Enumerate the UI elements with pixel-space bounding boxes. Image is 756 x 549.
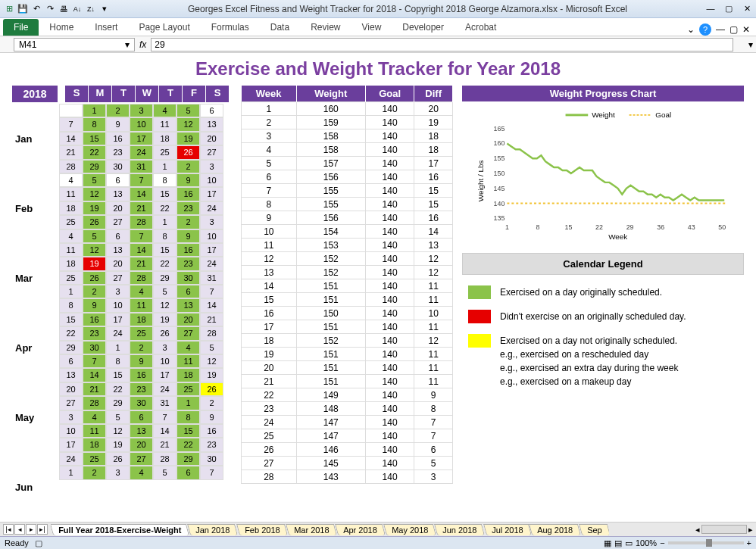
calendar-day[interactable]: 21 [200, 313, 223, 326]
week-cell[interactable]: 22 [242, 388, 297, 402]
calendar-day[interactable]: 20 [59, 382, 83, 396]
hscroll-right-icon[interactable]: ▸ [748, 525, 753, 535]
calendar-day[interactable]: 1 [59, 285, 83, 298]
calendar-day[interactable]: 3 [59, 410, 83, 424]
table-row[interactable]: 815514015 [242, 198, 453, 211]
table-row[interactable]: 1515114011 [242, 293, 453, 307]
calendar-day[interactable]: 21 [130, 257, 153, 270]
table-row[interactable]: 215914019 [242, 116, 453, 129]
table-row[interactable]: 715514015 [242, 184, 453, 198]
calendar-day[interactable]: 23 [83, 326, 106, 340]
horizontal-scrollbar[interactable] [701, 525, 747, 534]
table-row[interactable]: 315814018 [242, 129, 453, 143]
calendar-day[interactable]: 21 [83, 382, 106, 396]
view-normal-icon[interactable]: ▦ [604, 538, 611, 548]
calendar-day[interactable]: 17 [130, 132, 153, 145]
redo-icon[interactable]: ↷ [44, 3, 56, 15]
calendar-day[interactable]: 20 [177, 313, 200, 326]
calendar-day[interactable]: 14 [59, 132, 83, 145]
calendar-day[interactable]: 2 [83, 285, 106, 298]
table-row[interactable]: 1715114011 [242, 320, 453, 334]
week-cell[interactable]: 16 [414, 170, 453, 184]
file-tab[interactable]: File [3, 19, 39, 36]
zoom-slider[interactable] [668, 541, 744, 544]
table-row[interactable]: 1815214012 [242, 334, 453, 348]
view-layout-icon[interactable]: ▤ [614, 538, 622, 548]
table-row[interactable]: 281431403 [242, 470, 453, 484]
calendar-day[interactable]: 18 [59, 201, 83, 215]
sheet-tab[interactable]: Jun 2018 [434, 524, 485, 535]
week-cell[interactable]: 12 [242, 252, 297, 266]
calendar-day[interactable]: 26 [83, 215, 106, 229]
calendar-day[interactable]: 31 [130, 160, 153, 173]
table-row[interactable]: 1215214012 [242, 252, 453, 266]
week-cell[interactable]: 149 [296, 388, 365, 402]
calendar-day[interactable]: 7 [200, 285, 223, 298]
week-cell[interactable]: 26 [242, 443, 297, 457]
calendar-day[interactable]: 11 [153, 117, 177, 131]
calendar-day[interactable]: 22 [83, 145, 106, 159]
calendar-day[interactable]: 17 [200, 243, 223, 257]
week-cell[interactable]: 4 [242, 143, 297, 157]
week-cell[interactable]: 6 [242, 170, 297, 184]
calendar-day[interactable]: 26 [83, 271, 106, 285]
week-cell[interactable]: 140 [365, 157, 414, 170]
calendar-day[interactable]: 10 [59, 424, 83, 438]
week-cell[interactable]: 11 [242, 239, 297, 252]
calendar-day[interactable]: 24 [59, 452, 83, 466]
calendar-day[interactable]: 13 [106, 187, 130, 201]
calendar-day[interactable]: 29 [83, 160, 106, 173]
calendar-day[interactable]: 13 [130, 424, 153, 438]
calendar-day[interactable]: 10 [200, 229, 223, 243]
table-row[interactable]: 1315214012 [242, 266, 453, 279]
week-cell[interactable]: 140 [365, 116, 414, 129]
calendar-day[interactable]: 11 [59, 187, 83, 201]
calendar-day[interactable]: 22 [177, 438, 200, 451]
calendar-day[interactable]: 28 [200, 326, 223, 340]
calendar-day[interactable]: 29 [106, 396, 130, 410]
calendar-day[interactable]: 19 [83, 201, 106, 215]
week-cell[interactable]: 140 [365, 348, 414, 361]
calendar-day[interactable]: 6 [177, 466, 200, 479]
ribbon-tab-acrobat[interactable]: Acrobat [455, 19, 507, 36]
calendar-day[interactable]: 30 [200, 452, 223, 466]
week-cell[interactable]: 11 [414, 320, 453, 334]
calendar-day[interactable]: 9 [106, 117, 130, 131]
calendar-day[interactable]: 11 [59, 243, 83, 257]
calendar-day[interactable]: 23 [130, 382, 153, 396]
week-cell[interactable]: 151 [296, 348, 365, 361]
calendar-day[interactable]: 30 [83, 341, 106, 354]
calendar-day[interactable]: 23 [177, 257, 200, 270]
calendar-day[interactable]: 9 [177, 173, 200, 187]
table-row[interactable]: 415814018 [242, 143, 453, 157]
sheet-tab[interactable]: Full Year 2018-Exercise-Weight [51, 524, 189, 535]
week-cell[interactable]: 140 [365, 170, 414, 184]
week-cell[interactable]: 156 [296, 211, 365, 225]
calendar-day[interactable]: 2 [83, 466, 106, 479]
calendar-day[interactable]: 14 [130, 243, 153, 257]
table-row[interactable]: 271451405 [242, 457, 453, 470]
calendar-day[interactable]: 11 [83, 424, 106, 438]
table-row[interactable]: 1115314013 [242, 239, 453, 252]
week-cell[interactable]: 17 [414, 157, 453, 170]
sheet-tab[interactable]: Sep [579, 524, 609, 535]
calendar-day[interactable]: 12 [83, 243, 106, 257]
calendar-day[interactable]: 20 [130, 438, 153, 451]
calendar-day[interactable]: 14 [153, 424, 177, 438]
calendar-day[interactable]: 6 [130, 410, 153, 424]
week-cell[interactable]: 28 [242, 470, 297, 484]
calendar-day[interactable]: 14 [130, 187, 153, 201]
calendar-day[interactable]: 26 [106, 452, 130, 466]
calendar-day[interactable]: 17 [59, 438, 83, 451]
table-row[interactable]: 615614016 [242, 170, 453, 184]
week-cell[interactable]: 140 [365, 470, 414, 484]
calendar-day[interactable]: 1 [153, 215, 177, 229]
week-cell[interactable]: 140 [365, 211, 414, 225]
calendar-day[interactable]: 13 [106, 243, 130, 257]
calendar-day[interactable]: 5 [177, 104, 200, 117]
table-row[interactable]: 251471407 [242, 429, 453, 443]
calendar-day[interactable]: 25 [153, 145, 177, 159]
print-preview-icon[interactable]: 🖶 [58, 3, 70, 15]
week-cell[interactable]: 14 [414, 225, 453, 239]
week-cell[interactable]: 16 [414, 211, 453, 225]
